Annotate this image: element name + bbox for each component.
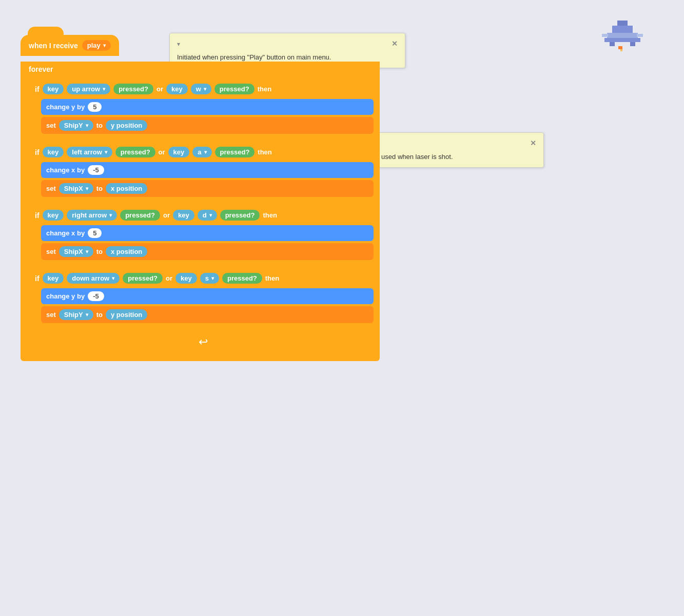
set-shipx-left-cmd: set ShipX ▾ to x position bbox=[41, 180, 374, 197]
shipx-var-right[interactable]: ShipX ▾ bbox=[59, 246, 93, 257]
d-pill[interactable]: d ▾ bbox=[198, 210, 217, 221]
key-left-pill[interactable]: key bbox=[43, 147, 64, 157]
shipx-dropdown-left[interactable]: ▾ bbox=[86, 186, 88, 191]
right-arrow-dropdown[interactable]: ▾ bbox=[109, 212, 112, 218]
key-left-2-pill[interactable]: key bbox=[168, 147, 190, 157]
if-left-block: if key left arrow ▾ pressed? or key a ▾ … bbox=[31, 144, 376, 204]
play-dropdown-icon[interactable]: ▾ bbox=[103, 43, 106, 48]
change-y-value-up[interactable]: 5 bbox=[88, 102, 102, 112]
a-pill[interactable]: a ▾ bbox=[192, 147, 211, 157]
s-pill[interactable]: s ▾ bbox=[200, 273, 219, 284]
svg-rect-8 bbox=[602, 34, 608, 37]
key-down-2-pill[interactable]: key bbox=[175, 273, 197, 284]
key-right-2-pill[interactable]: key bbox=[173, 210, 194, 221]
key-up-pill[interactable]: key bbox=[43, 84, 64, 94]
change-y-value-down[interactable]: -5 bbox=[88, 291, 104, 301]
forever-label: forever bbox=[21, 62, 380, 77]
workspace: ▾ ✕ Initiated when pressing "Play" butto… bbox=[0, 0, 684, 616]
hat-block: when I receive play ▾ bbox=[21, 35, 119, 56]
if-left-body: change x by -5 set ShipX ▾ to x position bbox=[31, 160, 376, 199]
right-arrow-pill[interactable]: right arrow ▾ bbox=[67, 210, 117, 221]
if-down-label: if bbox=[35, 274, 40, 283]
down-arrow-dropdown[interactable]: ▾ bbox=[112, 275, 114, 281]
or-left-label: or bbox=[159, 148, 165, 156]
svg-rect-5 bbox=[630, 42, 635, 46]
then-up-label: then bbox=[258, 85, 271, 93]
pressed-right-pill: pressed? bbox=[120, 210, 160, 221]
svg-rect-3 bbox=[604, 38, 640, 42]
left-arrow-dropdown[interactable]: ▾ bbox=[105, 149, 107, 155]
play-pill[interactable]: play ▾ bbox=[82, 40, 111, 51]
tooltip1-close[interactable]: ✕ bbox=[392, 38, 398, 49]
then-left-label: then bbox=[258, 148, 271, 156]
svg-rect-9 bbox=[637, 34, 643, 37]
then-down-label: then bbox=[265, 274, 279, 282]
if-right-body: change x by 5 set ShipX ▾ to x position bbox=[31, 223, 376, 262]
tooltip1-text: Initiated when pressing "Play" button on… bbox=[177, 52, 398, 63]
up-arrow-pill[interactable]: up arrow ▾ bbox=[67, 84, 110, 94]
repeat-arrow-icon: ↩ bbox=[199, 335, 208, 349]
shipx-dropdown-right[interactable]: ▾ bbox=[86, 249, 88, 254]
x-pos-left: x position bbox=[106, 183, 147, 194]
set-shipy-up-cmd: set ShipY ▾ to y position bbox=[41, 117, 374, 134]
when-i-receive-label: when I receive bbox=[29, 42, 78, 50]
change-x-by-left-cmd: change x by -5 bbox=[41, 162, 374, 178]
change-x-left-label: change x by bbox=[46, 166, 85, 174]
set-label-up: set bbox=[46, 122, 56, 129]
shipy-dropdown-down[interactable]: ▾ bbox=[86, 312, 88, 317]
to-label-right: to bbox=[96, 248, 103, 255]
or-up-label: or bbox=[157, 85, 163, 93]
change-y-down-label: change y by bbox=[46, 292, 85, 300]
repeat-arrow-container: ↩ bbox=[31, 333, 376, 351]
if-left-label: if bbox=[35, 148, 40, 156]
if-right-label: if bbox=[35, 211, 40, 220]
change-y-by-up-cmd: change y by 5 bbox=[41, 99, 374, 115]
if-up-body: change y by 5 set ShipY ▾ to y position bbox=[31, 97, 376, 136]
shipy-var-down[interactable]: ShipY ▾ bbox=[59, 309, 93, 320]
pressed-right-2-pill: pressed? bbox=[220, 210, 260, 221]
svg-rect-4 bbox=[610, 42, 615, 46]
if-down-body: change y by -5 set ShipY ▾ to y position bbox=[31, 286, 376, 325]
if-up-label: if bbox=[35, 85, 40, 93]
pressed-up-pill: pressed? bbox=[113, 84, 153, 94]
up-arrow-dropdown[interactable]: ▾ bbox=[103, 86, 105, 92]
to-label-up: to bbox=[96, 122, 103, 129]
set-label-left: set bbox=[46, 185, 56, 192]
y-pos-up: y position bbox=[106, 120, 147, 131]
key-right-pill[interactable]: key bbox=[43, 210, 64, 221]
pressed-up-2-pill: pressed? bbox=[214, 84, 255, 94]
left-arrow-pill[interactable]: left arrow ▾ bbox=[67, 147, 112, 157]
set-shipx-right-cmd: set ShipX ▾ to x position bbox=[41, 243, 374, 260]
or-right-label: or bbox=[163, 211, 170, 219]
svg-rect-0 bbox=[617, 21, 628, 26]
set-label-right: set bbox=[46, 248, 56, 255]
shipy-dropdown-up[interactable]: ▾ bbox=[86, 123, 88, 128]
shipx-var-left[interactable]: ShipX ▾ bbox=[59, 183, 93, 194]
tooltip2-close[interactable]: ✕ bbox=[530, 138, 536, 149]
s-dropdown[interactable]: ▾ bbox=[211, 275, 214, 281]
change-x-by-right-cmd: change x by 5 bbox=[41, 225, 374, 241]
if-right-header: if key right arrow ▾ pressed? or key d ▾… bbox=[31, 207, 376, 223]
sprite-preview bbox=[602, 15, 643, 56]
set-shipy-down-cmd: set ShipY ▾ to y position bbox=[41, 306, 374, 323]
svg-rect-1 bbox=[612, 26, 633, 33]
change-x-value-left[interactable]: -5 bbox=[88, 165, 104, 175]
key-down-pill[interactable]: key bbox=[43, 273, 64, 284]
to-label-down: to bbox=[96, 311, 103, 319]
if-up-block: if key up arrow ▾ pressed? or key w ▾ bbox=[31, 81, 376, 141]
pressed-down-2-pill: pressed? bbox=[222, 273, 262, 284]
down-arrow-pill[interactable]: down arrow ▾ bbox=[67, 273, 120, 284]
or-down-label: or bbox=[166, 274, 172, 282]
forever-body: if key up arrow ▾ pressed? or key w ▾ bbox=[21, 77, 380, 355]
a-dropdown[interactable]: ▾ bbox=[204, 149, 207, 155]
to-label-left: to bbox=[96, 185, 103, 192]
shipy-var-up[interactable]: ShipY ▾ bbox=[59, 120, 93, 131]
change-x-value-right[interactable]: 5 bbox=[88, 228, 102, 238]
key-up-2-pill[interactable]: key bbox=[166, 84, 188, 94]
w-pill[interactable]: w ▾ bbox=[191, 84, 211, 94]
pressed-left-pill: pressed? bbox=[115, 147, 155, 157]
x-pos-right: x position bbox=[106, 246, 147, 257]
d-dropdown[interactable]: ▾ bbox=[209, 212, 212, 218]
w-dropdown[interactable]: ▾ bbox=[204, 86, 206, 92]
change-x-right-label: change x by bbox=[46, 229, 85, 237]
